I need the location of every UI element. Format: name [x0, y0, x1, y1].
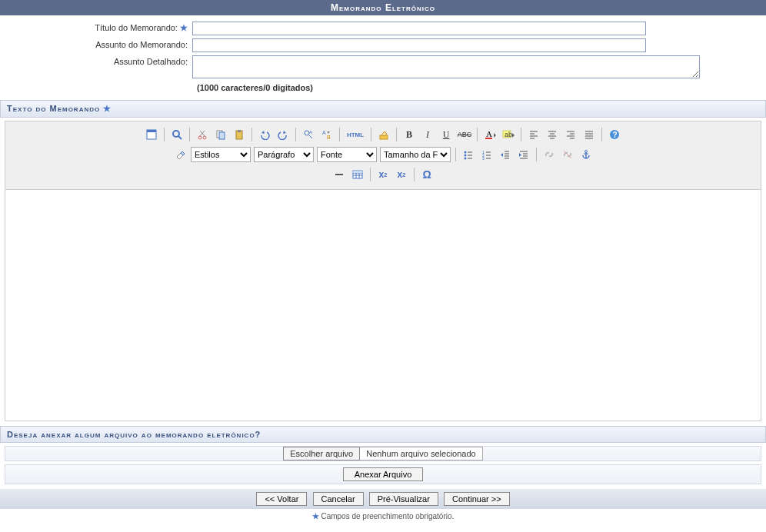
svg-text:?: ?	[613, 131, 618, 139]
text-color-icon[interactable]: A	[482, 127, 498, 142]
bold-icon[interactable]: B	[401, 127, 417, 142]
page-title: Memorando Eletrônico	[331, 2, 435, 13]
paragraph-select[interactable]: Parágrafo	[254, 147, 314, 162]
titulo-label: Título do Memorando: ★	[8, 22, 192, 33]
number-list-icon[interactable]: 123	[479, 147, 495, 162]
align-right-icon[interactable]	[563, 127, 578, 142]
align-center-icon[interactable]	[545, 127, 560, 142]
svg-text:ab: ab	[505, 131, 512, 138]
help-icon[interactable]: ?	[607, 127, 622, 142]
cut-icon[interactable]	[195, 127, 210, 142]
required-star-icon: ★	[103, 104, 112, 113]
fontsize-select[interactable]: Tamanho da Fo	[380, 147, 451, 162]
page-header: Memorando Eletrônico	[0, 0, 766, 15]
font-select[interactable]: Fonte	[317, 147, 377, 162]
svg-point-42	[465, 155, 467, 157]
svg-rect-11	[238, 130, 241, 132]
special-char-icon[interactable]: Ω	[419, 167, 435, 182]
undo-icon[interactable]	[257, 127, 272, 142]
hr-icon[interactable]	[331, 167, 347, 182]
redo-icon[interactable]	[275, 127, 291, 142]
svg-text:A: A	[322, 130, 326, 135]
footer-actions: << Voltar Cancelar Pré-Visualizar Contin…	[0, 489, 766, 509]
eraser-icon[interactable]	[172, 147, 188, 162]
preview-button[interactable]: Pré-Visualizar	[369, 492, 438, 506]
section-texto-header: Texto do Memorando ★	[0, 100, 766, 118]
superscript-icon[interactable]: x2	[394, 167, 409, 182]
unlink-icon[interactable]	[560, 147, 575, 162]
align-left-icon[interactable]	[526, 127, 541, 142]
file-status-text: Nenhum arquivo selecionado	[360, 447, 482, 461]
cancelar-button[interactable]: Cancelar	[313, 492, 364, 506]
subscript-icon[interactable]: x2	[375, 167, 391, 182]
svg-rect-70	[353, 171, 362, 173]
remove-format-icon[interactable]	[376, 127, 391, 142]
section-attach-header: Deseja anexar algum arquivo ao memorando…	[0, 426, 766, 443]
assunto-input[interactable]	[192, 38, 646, 52]
assunto-label: Assunto do Memorando:	[8, 38, 192, 49]
legend: ★ Campos de preenchimento obrigatório.	[0, 509, 766, 524]
anexar-row: Anexar Arquivo	[5, 464, 761, 484]
align-justify-icon[interactable]	[581, 127, 597, 142]
svg-point-4	[198, 136, 201, 139]
editor-content[interactable]	[5, 190, 761, 421]
svg-point-2	[173, 131, 179, 137]
file-chooser-row: Escolher arquivoNenhum arquivo seleciona…	[5, 446, 761, 461]
indent-icon[interactable]	[516, 147, 531, 162]
rich-editor: A AB HTML B I U ABC A ab ? Estilos Parág	[5, 121, 761, 421]
required-star-icon: ★	[312, 512, 319, 520]
svg-rect-9	[219, 132, 225, 139]
svg-text:B: B	[327, 135, 331, 140]
continuar-button[interactable]: Continuar >>	[444, 492, 510, 506]
voltar-button[interactable]: << Voltar	[256, 492, 307, 506]
html-icon[interactable]: HTML	[345, 127, 366, 142]
detalhado-textarea[interactable]	[192, 55, 700, 78]
required-star-icon: ★	[180, 23, 188, 32]
svg-line-13	[309, 135, 312, 138]
svg-rect-1	[147, 130, 156, 132]
underline-icon[interactable]: U	[438, 127, 454, 142]
svg-rect-19	[485, 138, 492, 139]
copy-icon[interactable]	[213, 127, 228, 142]
link-icon[interactable]	[541, 147, 557, 162]
svg-text:3: 3	[482, 156, 485, 160]
editor-toolbar: A AB HTML B I U ABC A ab ? Estilos Parág	[5, 121, 761, 190]
outdent-icon[interactable]	[498, 147, 513, 162]
replace-icon[interactable]: AB	[319, 127, 335, 142]
anexar-button[interactable]: Anexar Arquivo	[343, 467, 424, 481]
table-icon[interactable]	[350, 167, 365, 182]
form-area: Título do Memorando: ★ Assunto do Memora…	[0, 15, 766, 95]
styles-select[interactable]: Estilos	[191, 147, 251, 162]
titulo-input[interactable]	[192, 22, 646, 35]
source-icon[interactable]	[144, 127, 159, 142]
svg-point-5	[203, 136, 206, 139]
svg-text:A: A	[486, 129, 492, 138]
find-icon[interactable]: A	[301, 127, 316, 142]
bullet-list-icon[interactable]	[461, 147, 476, 162]
italic-icon[interactable]: I	[420, 127, 435, 142]
choose-file-button[interactable]: Escolher arquivo	[283, 447, 360, 461]
svg-line-3	[178, 136, 182, 139]
bg-color-icon[interactable]: ab	[501, 127, 516, 142]
preview-icon[interactable]	[169, 127, 185, 142]
paste-icon[interactable]	[231, 127, 247, 142]
char-count: (1000 caracteres/0 digitados)	[197, 83, 758, 92]
anchor-icon[interactable]	[578, 147, 594, 162]
detalhado-label: Assunto Detalhado:	[8, 55, 192, 66]
svg-point-40	[465, 151, 467, 154]
svg-point-44	[465, 158, 467, 160]
strike-icon[interactable]: ABC	[457, 127, 472, 142]
svg-text:A: A	[309, 130, 312, 135]
